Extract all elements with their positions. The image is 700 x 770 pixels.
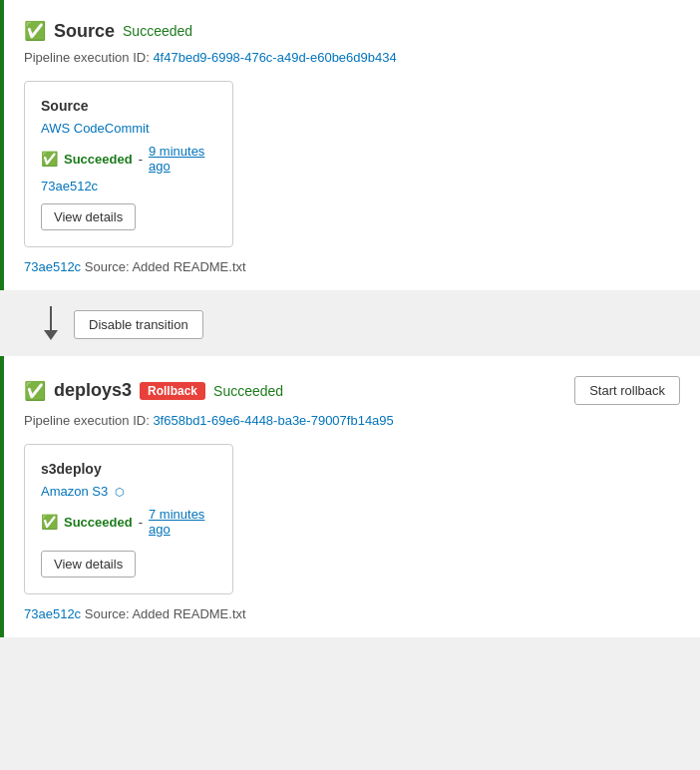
external-link-icon: ⬡ [115, 486, 125, 498]
source-check-icon: ✅ [24, 20, 46, 42]
deploys3-provider-link[interactable]: Amazon S3 [41, 484, 108, 499]
deploys3-action-check-icon: ✅ [41, 514, 58, 530]
deploys3-commit-link[interactable]: 73ae512c [24, 606, 81, 621]
deploys3-action-dash: - [139, 515, 143, 530]
rollback-badge: Rollback [140, 382, 205, 400]
source-action-title: Source [41, 98, 216, 114]
source-stage-title: Source [54, 21, 115, 42]
source-pipeline-id-label: Pipeline execution ID: [24, 50, 150, 65]
deploys3-pipeline-id-label: Pipeline execution ID: [24, 413, 150, 428]
source-commit-link[interactable]: 73ae512c [24, 259, 81, 274]
deploys3-stage-header: ✅ deploys3 Rollback Succeeded Start roll… [24, 376, 680, 405]
source-view-details-button[interactable]: View details [41, 203, 136, 230]
deploys3-stage-title: deploys3 [54, 380, 132, 401]
source-stage-status: Succeeded [123, 23, 192, 39]
deploys3-pipeline-id-row: Pipeline execution ID: 3f658bd1-69e6-444… [24, 413, 680, 428]
deploys3-action-card: s3deploy Amazon S3 ⬡ ✅ Succeeded - 7 min… [24, 444, 233, 594]
deploys3-stage-status: Succeeded [213, 383, 283, 399]
start-rollback-button[interactable]: Start rollback [574, 376, 680, 405]
deploys3-action-status: ✅ Succeeded - 7 minutes ago [41, 507, 216, 537]
disable-transition-button[interactable]: Disable transition [74, 310, 203, 339]
deploys3-commit-message: Source: Added README.txt [85, 606, 246, 621]
deploys3-action-time[interactable]: 7 minutes ago [149, 507, 216, 537]
source-action-provider: AWS CodeCommit [41, 120, 216, 136]
deploys3-stage: ✅ deploys3 Rollback Succeeded Start roll… [0, 356, 700, 637]
source-stage: ✅ Source Succeeded Pipeline execution ID… [0, 0, 700, 290]
deploys3-commit-row: 73ae512c Source: Added README.txt [24, 606, 680, 621]
arrow-line [50, 306, 52, 330]
source-action-status-text: Succeeded [64, 152, 133, 167]
source-action-dash: - [139, 152, 143, 167]
deploys3-action-provider: Amazon S3 ⬡ [41, 483, 216, 499]
source-action-time[interactable]: 9 minutes ago [149, 144, 216, 174]
source-stage-header: ✅ Source Succeeded [24, 20, 680, 42]
source-commit-message: Source: Added README.txt [85, 259, 246, 274]
source-action-check-icon: ✅ [41, 151, 58, 167]
deploys3-action-title: s3deploy [41, 461, 216, 477]
arrow-head [44, 330, 58, 340]
source-action-card: Source AWS CodeCommit ✅ Succeeded - 9 mi… [24, 81, 233, 247]
source-commit-row: 73ae512c Source: Added README.txt [24, 259, 680, 274]
deploys3-pipeline-id-link[interactable]: 3f658bd1-69e6-4448-ba3e-79007fb14a95 [153, 413, 393, 428]
transition-section: Disable transition [0, 290, 700, 356]
source-pipeline-id-row: Pipeline execution ID: 4f47bed9-6998-476… [24, 50, 680, 65]
source-action-status: ✅ Succeeded - 9 minutes ago [41, 144, 216, 174]
transition-arrow [44, 306, 58, 340]
deploys3-view-details-button[interactable]: View details [41, 551, 136, 578]
source-action-commit-row: 73ae512c [41, 178, 216, 193]
source-action-commit-link[interactable]: 73ae512c [41, 179, 98, 193]
source-provider-link[interactable]: AWS CodeCommit [41, 121, 150, 136]
deploys3-action-status-text: Succeeded [64, 515, 133, 530]
deploys3-check-icon: ✅ [24, 380, 46, 402]
source-pipeline-id-link[interactable]: 4f47bed9-6998-476c-a49d-e60be6d9b434 [153, 50, 396, 65]
